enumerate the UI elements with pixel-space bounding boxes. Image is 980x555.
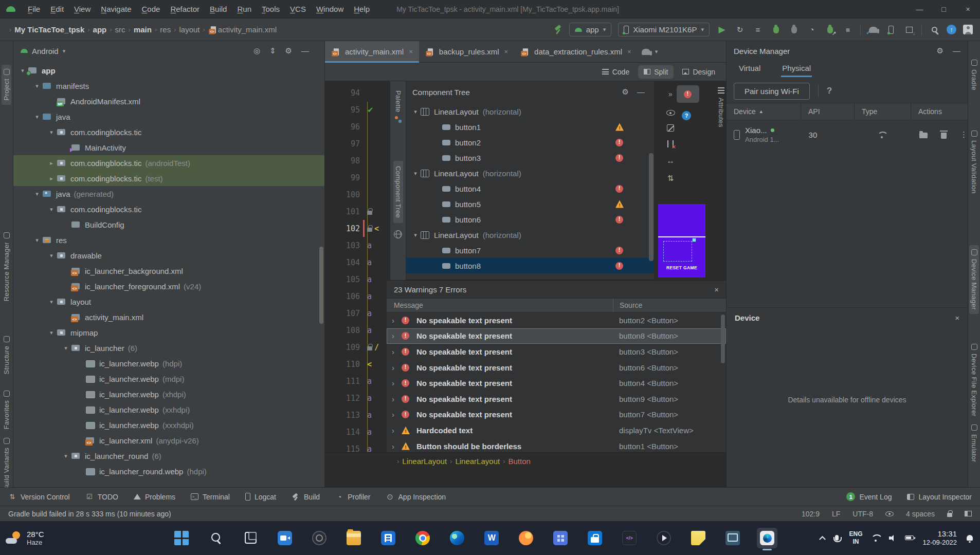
editor-line[interactable]: 95 (325, 101, 390, 118)
editor-line[interactable]: 99 (325, 169, 390, 186)
more-actions-icon[interactable]: ⋮ (960, 130, 968, 139)
tool-window-button[interactable]: Layout Inspector (907, 493, 972, 501)
project-tree-item[interactable]: layout (13, 294, 324, 309)
tool-window-tab[interactable]: Emulator (969, 420, 979, 466)
project-tree-item[interactable]: com.codingblocks.tic (13, 201, 324, 217)
tree-expander-icon[interactable] (46, 252, 57, 259)
delete-constraints-icon[interactable] (667, 140, 674, 147)
project-tree-item[interactable]: ic_launcher.webp (xhdpi) (13, 386, 324, 402)
close-icon[interactable]: × (956, 0, 980, 18)
expand-chevron-icon[interactable] (392, 410, 401, 419)
message-column-header[interactable]: Message (387, 301, 423, 309)
breadcrumb-item[interactable]: › app (84, 25, 106, 34)
tree-expander-icon[interactable] (32, 191, 42, 197)
locate-file-icon[interactable]: ◎ (253, 46, 260, 55)
minimize-icon[interactable]: — (908, 0, 932, 18)
project-view-select[interactable]: Android (32, 47, 59, 55)
menu-item[interactable]: Build (205, 3, 232, 15)
menu-item[interactable]: Edit (45, 3, 69, 15)
taskbar-app-icon[interactable] (688, 528, 709, 548)
caret-position[interactable]: 102:9 (802, 510, 820, 518)
project-tree-item[interactable]: mipmap (13, 325, 324, 340)
gear-icon[interactable]: ⚙ (285, 46, 292, 55)
tool-window-button[interactable]: 1 Event Log (846, 492, 892, 501)
lint-row[interactable]: No speakable text present button8 <Butto… (387, 328, 726, 344)
api-column-header[interactable]: API (801, 103, 854, 120)
editor-line[interactable]: 98 (325, 152, 390, 169)
editor-line[interactable]: 94 (325, 84, 390, 101)
profiler-icon[interactable]: ◔ (806, 24, 818, 35)
line-number[interactable]: 102 (325, 224, 360, 233)
project-tree-item[interactable]: ic_launcher_foreground.xml (v24) (13, 279, 324, 294)
trash-icon[interactable] (941, 133, 947, 139)
device-manager-icon[interactable] (888, 26, 894, 34)
taskbar-app-icon[interactable] (447, 528, 467, 548)
editor-line[interactable]: 104 a (325, 254, 390, 271)
project-tree-item[interactable]: manifests (13, 78, 324, 94)
weather-widget[interactable]: 28°C Haze (0, 530, 129, 546)
project-tree-item[interactable]: ic_launcher.webp (xxhdpi) (13, 402, 324, 417)
taskbar-app-icon[interactable] (240, 528, 261, 548)
taskbar-app-icon[interactable] (550, 528, 571, 548)
project-tree-item[interactable]: AndroidManifest.xml (13, 94, 324, 109)
editor-mode-toggle[interactable]: Split (638, 65, 674, 79)
menu-item[interactable]: View (69, 3, 96, 15)
expand-chevron-icon[interactable] (392, 316, 401, 325)
tool-window-button[interactable]: Version Control (8, 493, 70, 501)
view-options-eye-icon[interactable] (666, 110, 675, 116)
locale-globe-icon[interactable] (394, 230, 402, 238)
editor-line[interactable]: 111 a (325, 373, 390, 390)
editor-line[interactable]: 103 a (325, 237, 390, 254)
volume-icon[interactable] (889, 535, 896, 541)
tool-window-tab[interactable]: Build Variants (2, 434, 11, 494)
component-issue-icon[interactable] (615, 184, 624, 193)
editor-line[interactable]: 106 a (325, 288, 390, 305)
editor-line[interactable]: 112 a (325, 390, 390, 406)
apply-changes-icon[interactable]: ≡ (752, 24, 764, 35)
taskbar-app-icon[interactable] (309, 528, 330, 548)
component-issue-icon[interactable] (615, 215, 624, 224)
menu-item[interactable]: Run (232, 3, 257, 15)
tree-expander-icon[interactable] (46, 129, 57, 136)
gear-icon[interactable]: ⚙ (937, 46, 943, 55)
component-tree-row[interactable]: button4 (406, 181, 654, 196)
project-scrollbar[interactable] (319, 247, 323, 324)
tree-expander-icon[interactable] (46, 329, 57, 336)
tool-window-tab[interactable]: Favorites (2, 386, 11, 433)
help-icon[interactable]: ? (827, 86, 832, 96)
component-issue-icon[interactable] (615, 138, 624, 147)
tree-expander-icon[interactable] (32, 237, 42, 244)
hide-panel-icon[interactable]: — (301, 46, 309, 55)
tree-expander-icon[interactable] (46, 299, 57, 305)
project-tree-item[interactable]: ic_launcher.webp (hdpi) (13, 356, 324, 371)
expand-chevron-icon[interactable] (392, 363, 401, 372)
actions-column-header[interactable]: Actions (911, 103, 968, 120)
line-number[interactable]: 97 (325, 139, 360, 149)
wifi-icon[interactable] (871, 534, 880, 542)
component-tree-row[interactable]: LinearLayout (horizontal) (406, 227, 654, 243)
breadcrumb-item[interactable]: › src (106, 25, 125, 34)
component-tree-row[interactable]: button1 (406, 119, 654, 135)
project-tree-item[interactable]: ic_launcher.webp (mdpi) (13, 371, 324, 386)
line-number[interactable]: 95 (325, 105, 360, 115)
editor-breadcrumb-item[interactable]: › Button (500, 457, 531, 466)
component-tree-tab[interactable]: Component Tree (393, 161, 403, 223)
build-hammer-icon[interactable] (553, 25, 562, 34)
component-issue-icon[interactable] (615, 200, 624, 209)
attributes-tab[interactable]: Attributes (717, 85, 725, 130)
taskbar-app-icon[interactable] (275, 528, 295, 548)
editor-line[interactable]: 113 a (325, 406, 390, 423)
tab-close-icon[interactable]: × (504, 48, 509, 55)
tab-close-icon[interactable]: × (627, 48, 631, 55)
tool-window-button[interactable]: App Inspection (386, 493, 446, 501)
project-tree-item[interactable]: com.codingblocks.tic (13, 124, 324, 140)
lint-row[interactable]: No speakable text present button7 <Butto… (387, 407, 726, 423)
editor-tab[interactable]: data_extraction_rules.xml × (514, 41, 638, 63)
taskbar-app-icon[interactable] (412, 528, 433, 548)
line-number[interactable]: 101 (325, 207, 360, 216)
line-number[interactable]: 111 (325, 377, 360, 386)
line-number[interactable]: 99 (325, 173, 360, 182)
tool-window-tab[interactable]: Resource Manager (2, 228, 11, 305)
device-manager-tab[interactable]: Virtual (738, 61, 761, 77)
open-folder-icon[interactable] (919, 133, 928, 138)
